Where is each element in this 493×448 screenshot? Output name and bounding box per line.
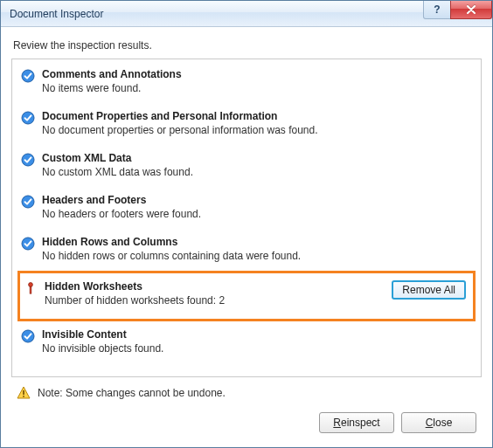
remove-all-button[interactable]: Remove All [392,280,466,300]
instruction-text: Review the inspection results. [13,39,480,52]
window-title: Document Inspector [10,8,103,20]
result-item: Invisible ContentNo invisible objects fo… [12,321,481,363]
result-item: Hidden Rows and ColumnsNo hidden rows or… [12,229,481,271]
result-text: Comments and AnnotationsNo items were fo… [37,68,472,94]
note-row: Note: Some changes cannot be undone. [15,386,478,400]
result-item: Comments and AnnotationsNo items were fo… [12,61,481,103]
check-icon [21,237,37,251]
dialog-body: Review the inspection results. Comments … [1,27,492,447]
svg-rect-6 [30,286,31,293]
result-detail: No hidden rows or columns containing dat… [42,250,472,262]
result-text: Hidden Rows and ColumnsNo hidden rows or… [37,236,472,262]
result-item: Document Properties and Personal Informa… [12,103,481,145]
result-item: Headers and FootersNo headers or footers… [12,187,481,229]
result-item: Hidden WorksheetsNumber of hidden worksh… [17,271,476,321]
reinspect-button[interactable]: Reinspect [319,412,394,433]
result-detail: No invisible objects found. [42,342,472,355]
button-row: Reinspect Close [15,412,478,433]
window-close-button[interactable] [450,1,492,19]
check-icon [21,111,37,125]
check-icon [21,69,37,83]
result-heading: Invisible Content [42,328,472,341]
result-heading: Comments and Annotations [42,68,472,80]
result-heading: Hidden Rows and Columns [42,236,472,248]
result-text: Custom XML DataNo custom XML data was fo… [37,152,472,178]
titlebar-controls: ? [424,1,492,19]
check-icon [21,153,37,167]
help-button[interactable]: ? [423,1,451,19]
results-panel: Comments and AnnotationsNo items were fo… [11,59,482,377]
result-item: Custom XML DataNo custom XML data was fo… [12,145,481,187]
result-text: Document Properties and Personal Informa… [37,110,472,136]
result-heading: Custom XML Data [42,152,472,164]
check-icon [21,195,37,209]
note-text: Note: Some changes cannot be undone. [38,387,226,399]
result-detail: No items were found. [42,82,472,94]
check-icon [21,329,37,343]
svg-rect-9 [23,396,24,397]
result-text: Invisible ContentNo invisible objects fo… [37,328,472,355]
close-icon [466,5,476,14]
svg-point-5 [29,283,33,287]
result-heading: Headers and Footers [42,194,472,206]
dialog-footer: Note: Some changes cannot be undone. Rei… [11,377,482,438]
svg-rect-8 [23,390,24,395]
warning-icon [17,386,31,400]
result-heading: Document Properties and Personal Informa… [42,110,472,122]
dialog-window: Document Inspector ? Review the inspecti… [0,0,493,448]
result-detail: No document properties or personal infor… [42,124,472,136]
result-detail: No custom XML data was found. [42,166,472,178]
alert-icon [24,281,39,295]
titlebar: Document Inspector ? [1,1,492,27]
help-icon: ? [434,3,440,16]
close-button[interactable]: Close [401,412,476,433]
result-text: Headers and FootersNo headers or footers… [37,194,472,220]
result-detail: No headers or footers were found. [42,208,472,220]
